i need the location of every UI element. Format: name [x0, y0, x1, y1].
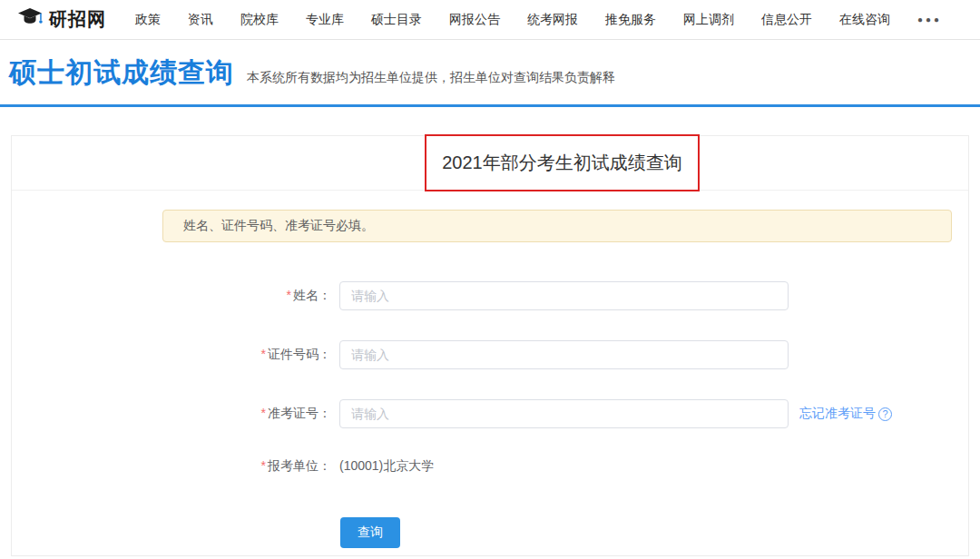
- target-unit-value: (10001)北京大学: [339, 458, 434, 475]
- forgot-ticket-link[interactable]: 忘记准考证号 ?: [799, 406, 892, 422]
- query-panel: 2021年部分考生初试成绩查询 姓名、证件号码、准考证号必填。 *姓名： *证件…: [11, 135, 969, 556]
- nav-item-unified-exam-registration[interactable]: 统考网报: [527, 12, 578, 28]
- id-number-label: *证件号码：: [12, 347, 331, 363]
- form-row-target-unit: *报考单位： (10001)北京大学: [12, 458, 968, 475]
- required-mark: *: [261, 347, 266, 361]
- nav-more-icon[interactable]: ●●●: [917, 15, 942, 25]
- required-fields-alert: 姓名、证件号码、准考证号必填。: [162, 210, 952, 242]
- forgot-ticket-link-text: 忘记准考证号: [799, 406, 876, 422]
- panel-title: 2021年部分考生初试成绩查询: [442, 151, 682, 175]
- question-mark-icon: ?: [878, 407, 892, 421]
- nav-item-master-catalog[interactable]: 硕士目录: [371, 12, 422, 28]
- site-logo-text: 研招网: [49, 7, 106, 32]
- ticket-number-input[interactable]: [339, 399, 789, 428]
- alert-text: 姓名、证件号码、准考证号必填。: [183, 218, 374, 234]
- name-label: *姓名：: [12, 288, 331, 304]
- nav-item-college-library[interactable]: 院校库: [240, 12, 279, 28]
- panel-header: 2021年部分考生初试成绩查询: [12, 136, 968, 191]
- form-row-ticket-number: *准考证号： 忘记准考证号 ?: [12, 399, 968, 428]
- nav-item-major-library[interactable]: 专业库: [306, 12, 344, 28]
- page-header: 硕士初试成绩查询 本系统所有数据均为招生单位提供，招生单位对查询结果负责解释: [0, 40, 980, 92]
- query-button[interactable]: 查询: [340, 517, 400, 548]
- nav-item-news[interactable]: 资讯: [188, 12, 213, 28]
- page-subtitle: 本系统所有数据均为招生单位提供，招生单位对查询结果负责解释: [247, 70, 615, 86]
- form-row-id-number: *证件号码：: [12, 340, 968, 369]
- form-row-name: *姓名：: [12, 281, 968, 310]
- nav-item-registration-notice[interactable]: 网报公告: [449, 12, 500, 28]
- nav-item-online-adjustment[interactable]: 网上调剂: [683, 12, 734, 28]
- graduation-cap-icon: [18, 8, 43, 31]
- required-mark: *: [287, 288, 291, 302]
- required-mark: *: [261, 458, 266, 473]
- target-unit-label: *报考单位：: [12, 458, 331, 475]
- nav-menu: 政策 资讯 院校库 专业库 硕士目录 网报公告 统考网报 推免服务 网上调剂 信…: [135, 12, 942, 28]
- nav-item-policy[interactable]: 政策: [135, 12, 161, 28]
- red-annotation-box: 2021年部分考生初试成绩查询: [425, 134, 700, 191]
- header-divider: [0, 104, 980, 107]
- site-logo[interactable]: 研招网: [18, 7, 106, 32]
- submit-row: 查询: [12, 517, 968, 548]
- required-mark: *: [261, 406, 266, 420]
- top-navigation: 研招网 政策 资讯 院校库 专业库 硕士目录 网报公告 统考网报 推免服务 网上…: [0, 0, 980, 40]
- ticket-number-label: *准考证号：: [12, 406, 331, 422]
- nav-item-info-disclosure[interactable]: 信息公开: [761, 12, 812, 28]
- name-input[interactable]: [339, 281, 789, 310]
- nav-item-online-consult[interactable]: 在线咨询: [839, 12, 890, 28]
- page-title: 硕士初试成绩查询: [9, 54, 234, 92]
- nav-item-exemption-service[interactable]: 推免服务: [605, 12, 656, 28]
- id-number-input[interactable]: [339, 340, 789, 369]
